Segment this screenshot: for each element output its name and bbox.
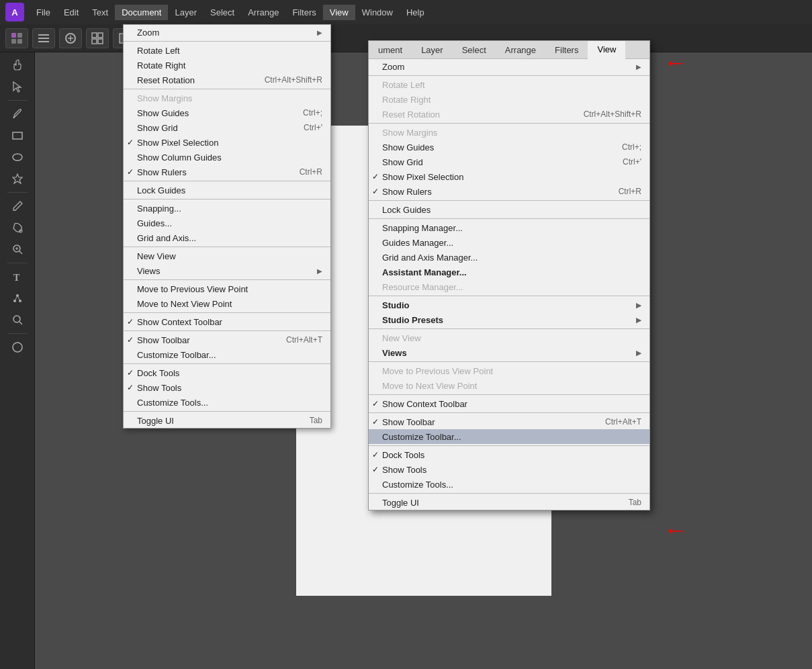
svg-point-16 [13, 154, 22, 161]
menu-layer[interactable]: Layer [168, 5, 204, 20]
menu-file[interactable]: File [30, 5, 57, 20]
menu-item-customize-tools-2[interactable]: Customize Tools... [369, 477, 649, 492]
tool-node[interactable] [5, 288, 30, 308]
svg-rect-0 [11, 33, 16, 38]
tool-paint[interactable] [5, 218, 30, 238]
svg-rect-2 [11, 39, 16, 44]
tab-layer[interactable]: Layer [412, 42, 453, 58]
menu-item-show-grid-2[interactable]: Show GridCtrl+' [369, 154, 649, 169]
menu-item-move-prev-1[interactable]: Move to Previous View Point [124, 281, 330, 296]
menu-item-dock-tools-2[interactable]: ✓Dock Tools [369, 447, 649, 462]
menu-item-show-rulers-2[interactable]: ✓Show RulersCtrl+R [369, 184, 649, 199]
menu-item-move-prev-2[interactable]: Move to Previous View Point [369, 363, 649, 378]
tab-select[interactable]: Select [453, 42, 496, 58]
menu-item-snapping-2[interactable]: Snapping Manager... [369, 220, 649, 235]
menu-item-show-context-1[interactable]: ✓Show Context Toolbar [124, 314, 330, 329]
menu-item-lock-guides-1[interactable]: Lock Guides [124, 183, 330, 197]
menu-item-show-guides-2[interactable]: Show GuidesCtrl+; [369, 140, 649, 154]
menu-item-views-1[interactable]: Views▶ [124, 263, 330, 278]
tab-filters[interactable]: Filters [545, 42, 588, 58]
menu-window[interactable]: Window [355, 5, 400, 20]
sep [124, 363, 330, 364]
menu-view[interactable]: View [323, 5, 355, 20]
toolbar-btn-3[interactable] [59, 28, 82, 48]
tool-divider-2 [7, 192, 28, 193]
menu-item-show-tools-1[interactable]: ✓Show Tools [124, 380, 330, 395]
sep [369, 123, 649, 124]
menu-item-show-grid-1[interactable]: Show GridCtrl+' [124, 120, 330, 135]
menu-edit[interactable]: Edit [57, 5, 85, 20]
menu-item-show-column-guides-1[interactable]: Show Column Guides [124, 150, 330, 165]
svg-text:T: T [13, 273, 20, 283]
menu-item-guides-2[interactable]: Guides Manager... [369, 235, 649, 250]
tool-text[interactable]: T [5, 267, 30, 287]
tab-document[interactable]: ument [369, 42, 412, 58]
menu-item-assistant-2[interactable]: Assistant Manager... [369, 265, 649, 279]
tool-hand[interactable] [5, 55, 30, 75]
tab-view[interactable]: View [588, 41, 625, 59]
menu-item-snapping-1[interactable]: Snapping... [124, 201, 330, 216]
menu-item-lock-guides-2[interactable]: Lock Guides [369, 202, 649, 217]
menu-item-show-margins-1[interactable]: Show Margins [124, 91, 330, 105]
menu-help[interactable]: Help [400, 5, 431, 20]
tool-pen[interactable] [5, 104, 30, 124]
menu-item-show-toolbar-2[interactable]: ✓Show ToolbarCtrl+Alt+T [369, 414, 649, 429]
menu-item-move-next-1[interactable]: Move to Next View Point [124, 296, 330, 311]
menu-item-show-guides-1[interactable]: Show GuidesCtrl+; [124, 105, 330, 120]
sep [369, 394, 649, 395]
menu-item-toggle-ui-2[interactable]: Toggle UITab [369, 495, 649, 510]
tool-pencil[interactable] [5, 196, 30, 216]
svg-rect-11 [98, 33, 103, 38]
menu-item-rotate-left-1[interactable]: Rotate Left [124, 43, 330, 58]
menu-item-guides-1[interactable]: Guides... [124, 216, 330, 230]
toolbar-btn-2[interactable] [32, 28, 55, 48]
menu-item-move-next-2[interactable]: Move to Next View Point [369, 378, 649, 393]
tool-pointer[interactable] [5, 77, 30, 97]
menu-select[interactable]: Select [204, 5, 241, 20]
sep [124, 89, 330, 89]
tool-ellipse[interactable] [5, 147, 30, 167]
tool-rect[interactable] [5, 126, 30, 146]
toolbar-btn-4[interactable] [86, 28, 109, 48]
menu-text[interactable]: Text [85, 5, 115, 20]
menu-item-grid-axis-2[interactable]: Grid and Axis Manager... [369, 250, 649, 265]
menu-item-show-rulers-1[interactable]: ✓Show RulersCtrl+R [124, 165, 330, 179]
menu-item-show-context-2[interactable]: ✓Show Context Toolbar [369, 396, 649, 411]
menu-item-views-2[interactable]: Views▶ [369, 345, 649, 360]
menu-item-show-pixel-1[interactable]: ✓Show Pixel Selection [124, 135, 330, 150]
menu-item-reset-rotation-1[interactable]: Reset RotationCtrl+Alt+Shift+R [124, 73, 330, 87]
svg-point-31 [13, 343, 22, 352]
menu-item-show-toolbar-1[interactable]: ✓Show ToolbarCtrl+Alt+T [124, 332, 330, 347]
svg-marker-17 [13, 174, 22, 183]
menu-item-customize-toolbar-2[interactable]: Customize Toolbar... [369, 429, 649, 444]
menu-item-zoom-2[interactable]: Zoom▶ [369, 59, 649, 74]
menu-item-zoom-1[interactable]: Zoom▶ [124, 25, 330, 40]
menu-item-rotate-right-2[interactable]: Rotate Right [369, 92, 649, 107]
tool-zoom-2[interactable] [5, 310, 30, 330]
tool-circle-outline[interactable] [5, 337, 30, 357]
menu-item-customize-toolbar-1[interactable]: Customize Toolbar... [124, 347, 330, 362]
menu-document[interactable]: Document [115, 5, 168, 20]
menu-item-rotate-left-2[interactable]: Rotate Left [369, 77, 649, 92]
menu-item-toggle-ui-1[interactable]: Toggle UITab [124, 413, 330, 428]
menu-item-resource-2[interactable]: Resource Manager... [369, 279, 649, 294]
menu-item-studio-presets-2[interactable]: Studio Presets▶ [369, 312, 649, 327]
menu-item-new-view-1[interactable]: New View [124, 249, 330, 263]
menu-item-dock-tools-1[interactable]: ✓Dock Tools [124, 365, 330, 380]
menu-item-reset-rotation-2[interactable]: Reset RotationCtrl+Alt+Shift+R [369, 107, 649, 122]
menu-item-customize-tools-1[interactable]: Customize Tools... [124, 395, 330, 410]
menu-item-grid-axis-1[interactable]: Grid and Axis... [124, 230, 330, 245]
tool-zoom[interactable] [5, 239, 30, 259]
menu-item-show-tools-2[interactable]: ✓Show Tools [369, 462, 649, 477]
menu-item-new-view-2[interactable]: New View [369, 330, 649, 345]
tool-star[interactable] [5, 169, 30, 189]
menu-arrange[interactable]: Arrange [241, 5, 285, 20]
menu-item-show-pixel-2[interactable]: ✓Show Pixel Selection [369, 169, 649, 184]
tab-arrange[interactable]: Arrange [496, 42, 545, 58]
menu-item-rotate-right-1[interactable]: Rotate Right [124, 58, 330, 73]
menu-item-show-margins-2[interactable]: Show Margins [369, 125, 649, 140]
sep [124, 330, 330, 331]
toolbar-btn-1[interactable] [5, 28, 28, 48]
menu-item-studio-2[interactable]: Studio▶ [369, 298, 649, 312]
menu-filters[interactable]: Filters [285, 5, 322, 20]
